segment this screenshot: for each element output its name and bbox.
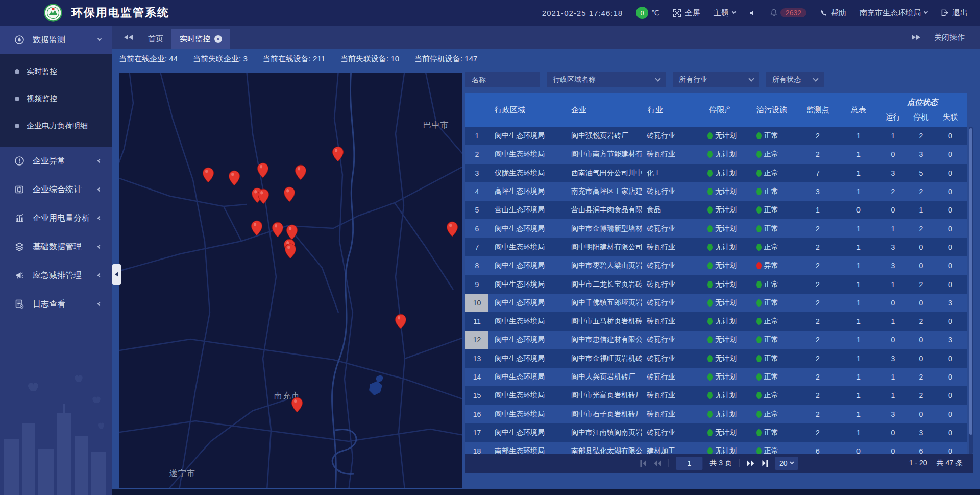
scrollbar-thumb[interactable] [969, 128, 972, 435]
sidebar-item-3[interactable]: 企业用电量分析 [0, 204, 112, 232]
sidebar-item-4[interactable]: 基础数据管理 [0, 232, 112, 261]
map-pin[interactable] [285, 243, 297, 259]
table-row[interactable]: 1阆中生态环境局阆中强锐页岩砖厂砖瓦行业无计划正常21120 [465, 127, 967, 145]
status-dot-green [756, 151, 762, 158]
status-dot-green [707, 244, 713, 251]
notification-count-badge: 2632 [780, 8, 806, 17]
close-operations-button[interactable]: 关闭操作 [934, 33, 965, 42]
table-row[interactable]: 15阆中生态环境局阆中市光富页岩机砖厂砖瓦行业无计划正常21120 [465, 386, 967, 405]
map-pin[interactable] [202, 167, 214, 183]
mute-button[interactable] [749, 9, 756, 17]
facility-status-label: 正常 [764, 280, 778, 289]
table-scrollbar[interactable] [969, 127, 973, 454]
sidebar-item-5[interactable]: 应急减排管理 [0, 261, 112, 290]
org-menu[interactable]: 南充市生态环境局 [860, 8, 927, 18]
cell-limit-status: 无计划 [695, 294, 746, 312]
column-header: 停限产 [695, 93, 746, 127]
industry-select[interactable]: 所有行业 [673, 72, 760, 87]
sidebar-item-6[interactable]: 日志查看 [0, 290, 112, 318]
table-row[interactable]: 18南部生态环境局南部县弘化太湖有限公建材加工无计划正常60060 [465, 442, 967, 454]
table-row[interactable]: 4高坪生态环境局南充市高坪区王家店建砖瓦行业无计划正常31220 [465, 182, 967, 201]
cell-limit-status: 无计划 [695, 423, 746, 442]
map-pin[interactable] [332, 146, 344, 162]
cell-region: 阆中生态环境局 [488, 405, 565, 423]
fullscreen-button[interactable]: 全屏 [673, 8, 700, 18]
notifications-button[interactable]: 2632 [770, 8, 806, 17]
cell-company: 阆中市江南镇阆南页岩 [565, 423, 642, 442]
cell-lost: 3 [935, 331, 966, 349]
tab-close-icon[interactable]: ✕ [214, 35, 222, 43]
status-dot-green [707, 188, 713, 195]
map-pin[interactable] [257, 188, 269, 204]
first-page-button[interactable] [640, 460, 646, 467]
cell-stop: 0 [907, 405, 935, 423]
cell-total: 1 [838, 256, 879, 275]
status-dot-green [756, 206, 762, 214]
table-row[interactable]: 7阆中生态环境局阆中明阳建材有限公司砖瓦行业无计划正常21300 [465, 238, 967, 256]
theme-menu[interactable]: 主题 [714, 8, 736, 18]
limit-status-label: 无计划 [715, 298, 737, 308]
map-pin[interactable] [295, 164, 307, 180]
cell-company: 阆中市金博瑞新型墙材 [565, 219, 642, 238]
last-page-button[interactable] [762, 460, 768, 467]
chevron-left-icon [97, 302, 102, 306]
table-row[interactable]: 10阆中生态环境局阆中千佛镇五郎垭页岩砖瓦行业无计划正常21003 [465, 294, 967, 312]
table-row[interactable]: 16阆中生态环境局阆中市石子页岩机砖厂砖瓦行业无计划正常21300 [465, 405, 967, 423]
sidebar-collapse-button[interactable] [112, 264, 121, 285]
map-pin[interactable] [251, 220, 263, 236]
sidebar-subitem[interactable]: 视频监控 [0, 85, 112, 112]
temperature-badge: 0 [636, 7, 648, 19]
table-row[interactable]: 9阆中生态环境局阆中市二龙长宝页岩砖砖瓦行业无计划正常21120 [465, 275, 967, 293]
cell-region: 仪陇生态环境局 [488, 164, 565, 182]
page-size-select[interactable]: 20 [775, 457, 798, 470]
table-row[interactable]: 6阆中生态环境局阆中市金博瑞新型墙材砖瓦行业无计划正常21120 [465, 219, 967, 238]
map-pin[interactable] [272, 222, 284, 238]
sidebar-subitem[interactable]: 企业电力负荷明细 [0, 112, 112, 139]
row-index: 8 [465, 256, 488, 275]
chevron-down-icon [790, 460, 794, 464]
table-row[interactable]: 3仪陇生态环境局西南油气田分公司川中化工无计划正常71350 [465, 164, 967, 182]
tabs-scroll-right-button[interactable] [912, 26, 921, 49]
prev-page-button[interactable] [653, 460, 661, 466]
map-city-label: 巴中市 [423, 120, 449, 131]
page-number-input[interactable] [676, 457, 702, 470]
table-row[interactable]: 5营山生态环境局营山县润丰肉食品有限食品无计划正常10010 [465, 201, 967, 219]
cell-stop: 2 [907, 219, 935, 238]
sidebar-subitem[interactable]: 实时监控 [0, 58, 112, 85]
sidebar-item-2[interactable]: 企业综合统计 [0, 175, 112, 204]
facility-status-label: 正常 [764, 446, 778, 454]
map-pin[interactable] [286, 224, 298, 240]
status-dot-green [707, 299, 713, 307]
map-pin[interactable] [228, 170, 240, 186]
table-row[interactable]: 12阆中生态环境局阆中市忠信建材有限公砖瓦行业无计划正常21003 [465, 331, 967, 349]
cell-lost: 0 [935, 405, 966, 423]
tab-home[interactable]: 首页 [140, 29, 172, 49]
cell-company: 阆中强锐页岩砖厂 [565, 127, 642, 145]
help-button[interactable]: 帮助 [820, 8, 846, 18]
tabs-scroll-left-button[interactable] [112, 26, 140, 49]
column-header: 运行 [879, 112, 907, 122]
table-row[interactable]: 11阆中生态环境局阆中市五马桥页岩机砖砖瓦行业无计划正常21120 [465, 312, 967, 331]
table-row[interactable]: 13阆中生态环境局阆中市金福旺页岩机砖砖瓦行业无计划正常21300 [465, 349, 967, 368]
map-pin[interactable] [283, 186, 295, 202]
map-pin[interactable] [447, 221, 458, 237]
map-pin[interactable] [291, 397, 303, 413]
map-pin[interactable] [257, 162, 269, 178]
status-dot-green [756, 188, 762, 195]
limit-status-label: 无计划 [715, 169, 737, 178]
table-row[interactable]: 2阆中生态环境局阆中市南方节能建材有砖瓦行业无计划正常21030 [465, 145, 967, 163]
next-page-button[interactable] [747, 460, 755, 466]
sidebar-item-1[interactable]: 企业异常 [0, 147, 112, 175]
table-row[interactable]: 8阆中生态环境局阆中市枣碧大梁山页岩砖瓦行业无计划异常21300 [465, 256, 967, 275]
region-select[interactable]: 行政区域名称 [547, 72, 666, 87]
cell-run: 0 [879, 442, 907, 454]
status-select[interactable]: 所有状态 [766, 72, 824, 87]
sidebar-item-0[interactable]: 数据监测 [0, 26, 112, 54]
map-panel[interactable]: 巴中市南充市遂宁市 [119, 73, 462, 488]
table-row[interactable]: 17阆中生态环境局阆中市江南镇阆南页岩砖瓦行业无计划正常21030 [465, 423, 967, 442]
tab-realtime-monitor[interactable]: 实时监控 ✕ [172, 29, 230, 49]
map-pin[interactable] [395, 314, 406, 329]
name-search-input[interactable] [465, 72, 540, 87]
table-row[interactable]: 14阆中生态环境局阆中大兴页岩机砖厂砖瓦行业无计划正常21120 [465, 368, 967, 386]
logout-button[interactable]: 退出 [941, 8, 968, 18]
